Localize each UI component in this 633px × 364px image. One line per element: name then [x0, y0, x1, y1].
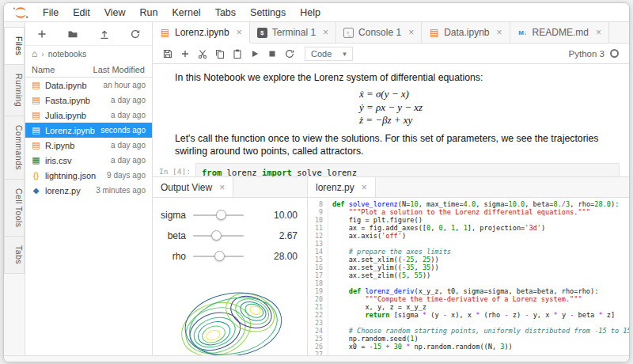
menu-item[interactable]: Help	[293, 7, 328, 18]
line-number: 24	[308, 327, 328, 335]
code-line: 8 def solve_lorenz(N=10, max_time=4.0, s…	[308, 200, 629, 208]
file-name: R.ipynb	[45, 141, 111, 150]
slider-label: beta	[154, 230, 186, 241]
new-folder-button[interactable]	[67, 28, 78, 40]
line-number: 13	[308, 240, 328, 248]
restart-kernel-button[interactable]	[281, 45, 298, 63]
slider-label: sigma	[154, 210, 186, 221]
close-icon[interactable]	[237, 28, 242, 37]
new-launcher-button[interactable]	[36, 28, 47, 40]
close-icon[interactable]	[362, 183, 367, 192]
copy-cells-button[interactable]	[211, 45, 229, 63]
code-line: 16 ax.set_ylim((-35, 35))	[308, 264, 629, 271]
menu-item[interactable]: Settings	[243, 7, 293, 18]
slider-track[interactable]	[193, 256, 244, 257]
menu-bar: FileEditViewRunKernelTabsSettingsHelp	[4, 3, 629, 22]
code-text: def solve_lorenz(N=10, max_time=4.0, sig…	[328, 200, 619, 208]
file-list-header: Name Last Modified	[25, 62, 152, 78]
code-line: 10 fig = plt.figure()	[308, 216, 629, 224]
slider-handle[interactable]	[216, 210, 226, 220]
menu-item[interactable]: Run	[133, 7, 165, 18]
markdown-paragraph: In this Notebook we explore the Lorenz s…	[175, 71, 605, 84]
file-list: Data.ipynb an hour ago Fasta.ipynb a day…	[25, 78, 152, 355]
run-button[interactable]	[246, 45, 263, 63]
close-icon[interactable]	[408, 28, 414, 37]
editor-tab-label: lorenz.py	[316, 182, 354, 193]
sidebar-tab[interactable]: Cell Tools	[4, 179, 25, 237]
menu-item[interactable]: Edit	[66, 7, 97, 18]
home-icon[interactable]	[32, 48, 37, 59]
equation: ẋ = σ(y − x)	[359, 88, 423, 101]
stop-button[interactable]	[263, 45, 281, 63]
code-text: ax.set_xlim((-25, 25))	[328, 256, 439, 264]
code-text: return [sigma * (y - x), x * (rho - z) -…	[328, 311, 615, 319]
column-header-modified[interactable]: Last Modified	[93, 65, 145, 74]
editor-tab[interactable]: lorenz.py	[308, 177, 376, 197]
dock-tab[interactable]: Terminal 1	[250, 22, 336, 43]
sidebar-tab[interactable]: Files	[4, 27, 25, 65]
cell-input-area[interactable]: from lorenz import solve_lorenzt, x_t = …	[195, 163, 620, 177]
code-editor-panel: lorenz.py 8 def solve_lorenz(N=10, max_t…	[308, 177, 629, 355]
menu-item[interactable]: File	[36, 7, 66, 18]
upload-button[interactable]	[99, 28, 110, 40]
file-name: Data.ipynb	[45, 81, 104, 90]
slider-track[interactable]	[193, 214, 244, 216]
kernel-status-indicator[interactable]	[610, 49, 619, 58]
output-view-panel: Output View sigma 10.00	[153, 177, 308, 355]
slider-row: sigma 10.00	[154, 205, 299, 226]
markdown-paragraph: Let's call the function once to view the…	[175, 132, 605, 157]
code-cell[interactable]: In [4]: from lorenz import solve_lorenzt…	[157, 163, 620, 177]
equation-block: ẋ = σ(y − x)ẏ = ρx − y − xzż = −βz + xy	[153, 88, 629, 127]
kernel-name[interactable]: Python 3	[569, 49, 605, 59]
cut-cells-button[interactable]	[194, 45, 211, 63]
code-editor[interactable]: 8 def solve_lorenz(N=10, max_time=4.0, s…	[308, 198, 629, 355]
code-text: from lorenz import solve_lorenz	[202, 167, 613, 177]
file-row[interactable]: lorenz.py 3 minutes ago	[25, 183, 152, 198]
add-cell-button[interactable]	[176, 45, 194, 63]
refresh-button[interactable]	[130, 28, 141, 40]
file-modified: a day ago	[111, 111, 146, 119]
sidebar-tab[interactable]: Tabs	[4, 236, 25, 274]
dock-tab[interactable]: Data.ipynb	[422, 22, 510, 43]
close-icon[interactable]	[596, 28, 601, 37]
cell-type-value: Code	[311, 49, 332, 59]
save-button[interactable]	[159, 45, 176, 63]
file-row[interactable]: lightning.json 9 days ago	[25, 168, 152, 183]
line-number: 12	[308, 232, 328, 240]
code-line: 9 """Plot a solution to the Lorenz diffe…	[308, 208, 629, 216]
paste-cells-button[interactable]	[229, 45, 246, 63]
tab-file-type-icon	[429, 28, 439, 38]
cell-type-dropdown[interactable]: Code ▾	[305, 47, 353, 61]
sidebar-tab-strip: FilesRunningCommandsCell ToolsTabs	[4, 22, 25, 355]
cell-prompt: In [4]:	[157, 163, 195, 177]
dock-tab[interactable]: README.md	[510, 22, 609, 43]
sidebar-tab[interactable]: Commands	[4, 116, 25, 180]
sidebar-tab[interactable]: Running	[4, 64, 25, 116]
close-icon[interactable]	[219, 183, 225, 192]
breadcrumb-current[interactable]: notebooks	[48, 49, 86, 59]
slider-value: 28.00	[244, 251, 299, 262]
file-row[interactable]: R.ipynb a day ago	[25, 138, 152, 153]
line-number: 15	[308, 256, 328, 264]
menu-item[interactable]: View	[97, 7, 133, 18]
dock-tab[interactable]: Lorenz.ipynb	[153, 22, 250, 43]
close-icon[interactable]	[497, 28, 502, 37]
slider-handle[interactable]	[211, 230, 222, 241]
line-number: 8	[308, 200, 328, 208]
dock-tab[interactable]: Console 1	[336, 22, 422, 43]
slider-handle[interactable]	[214, 251, 225, 261]
notebook-content[interactable]: In this Notebook we explore the Lorenz s…	[153, 64, 629, 176]
file-row[interactable]: Julia.ipynb a day ago	[25, 108, 152, 123]
menu-item[interactable]: Kernel	[165, 7, 208, 18]
file-row[interactable]: Fasta.ipynb a day ago	[25, 93, 152, 108]
slider-track[interactable]	[193, 235, 244, 237]
file-row[interactable]: Lorenz.ipynb seconds ago	[25, 123, 152, 138]
file-row[interactable]: Data.ipynb an hour ago	[25, 78, 152, 93]
code-text	[328, 279, 332, 287]
dock-tab-label: Terminal 1	[272, 27, 316, 38]
output-view-tab[interactable]: Output View	[153, 177, 233, 197]
column-header-name[interactable]: Name	[32, 65, 55, 74]
file-row[interactable]: iris.csv a day ago	[25, 153, 152, 168]
menu-item[interactable]: Tabs	[208, 7, 243, 18]
close-icon[interactable]	[323, 28, 328, 37]
